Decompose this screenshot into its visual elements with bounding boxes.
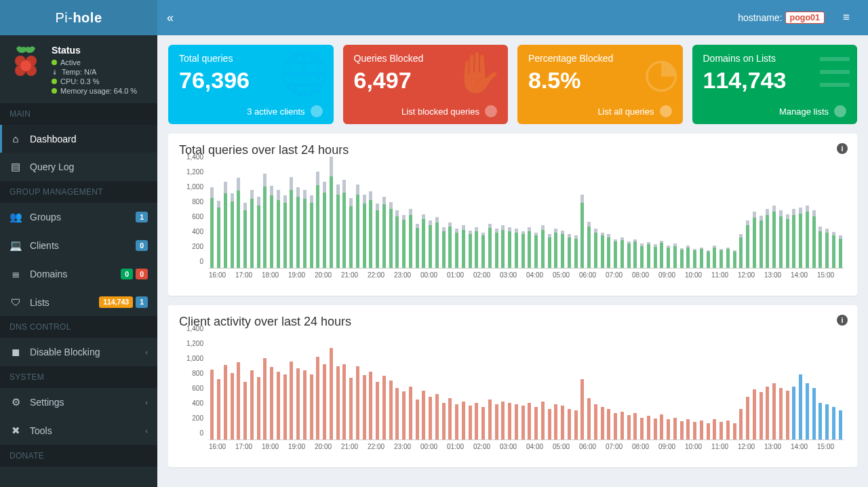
panel-client-activity-24h: i Client activity over last 24 hours 020… [168, 305, 857, 467]
chart-client-activity: 02004006008001,0001,2001,400 16:0017:001… [179, 336, 846, 458]
bar-permitted [224, 193, 227, 268]
bar-client [376, 382, 379, 440]
bar-client [330, 348, 333, 440]
card-footer-link[interactable]: Manage lists [703, 101, 847, 119]
sidebar-collapse-button[interactable]: « [167, 11, 184, 25]
bar-client [786, 391, 789, 440]
nav-groups[interactable]: 👥Groups1 [0, 203, 157, 231]
bar-slot [209, 164, 216, 268]
bar-slot [414, 164, 420, 268]
y-tick: 1,200 [186, 168, 203, 176]
y-tick: 600 [192, 385, 203, 392]
y-tick: 200 [192, 414, 203, 422]
bar-permitted [574, 239, 578, 269]
bar-permitted [382, 204, 386, 268]
x-tick: 00:00 [420, 271, 447, 286]
x-tick: 11:00 [711, 271, 738, 286]
nav-settings[interactable]: ⚙Settings‹ [0, 388, 157, 416]
nav-dashboard[interactable]: ⌂Dashboard [0, 125, 157, 153]
bar-slot [229, 336, 235, 440]
bar-client [680, 421, 684, 440]
bar-permitted [435, 222, 439, 269]
bar-slot [738, 164, 745, 268]
bar-permitted [548, 237, 551, 269]
bar-slot [612, 164, 619, 268]
bar-slot [771, 164, 778, 268]
bar-client [237, 362, 240, 440]
bar-client [806, 383, 809, 440]
bar-slot [810, 336, 817, 440]
bar-slot [685, 164, 692, 268]
nav-disable-blocking[interactable]: ◼Disable Blocking‹ [0, 338, 157, 366]
bar-permitted [733, 252, 736, 268]
nav-lists[interactable]: 🛡Lists114,7431 [0, 288, 157, 316]
nav-header-donate: DONATE [0, 445, 157, 467]
card-percentage-blocked[interactable]: ◔ Percentage Blocked 8.5% List all queri… [517, 45, 683, 124]
bar-client [733, 423, 736, 440]
bar-slot [493, 336, 500, 440]
bar-slot [665, 336, 672, 440]
bar-client [316, 357, 319, 440]
bar-slot [427, 336, 434, 440]
app-logo[interactable]: Pi-hole [0, 0, 157, 35]
bar-client [779, 388, 783, 440]
x-tick: 06:00 [579, 271, 606, 286]
bar-client [574, 410, 578, 440]
bar-permitted [660, 243, 663, 268]
bar-slot [467, 164, 473, 268]
bar-slot [341, 164, 348, 268]
bar-slot [507, 336, 513, 440]
bar-client [627, 415, 631, 440]
card-domains-on-lists[interactable]: ☰ Domains on Lists 114,743 Manage lists [692, 45, 858, 124]
bar-slot [328, 336, 335, 440]
card-queries-blocked[interactable]: ✋ Queries Blocked 6,497 List blocked que… [343, 45, 509, 124]
bar-slot [711, 164, 718, 268]
bar-client [508, 403, 511, 440]
card-total-queries[interactable]: 🌐 Total queries 76,396 3 active clients [168, 45, 334, 124]
bar-slot [757, 164, 764, 268]
x-tick: 02:00 [473, 271, 500, 286]
nav-querylog[interactable]: ▤Query Log [0, 153, 157, 181]
bar-slot [784, 164, 791, 268]
topbar-menu-button[interactable]: ≡ [834, 11, 859, 24]
x-tick: 17:00 [235, 271, 262, 286]
bar-permitted [654, 247, 657, 269]
nav-clients[interactable]: 💻Clients0 [0, 231, 157, 260]
bar-permitted [495, 233, 498, 268]
bar-permitted [587, 227, 591, 268]
bar-slot [487, 336, 494, 440]
bar-slot [361, 336, 368, 440]
bar-permitted [376, 210, 379, 268]
card-footer-link[interactable]: List all queries [528, 101, 672, 119]
card-footer-link[interactable]: List blocked queries [354, 101, 498, 119]
bar-client [250, 370, 254, 440]
bar-permitted [356, 195, 359, 268]
bar-client [825, 404, 829, 440]
bar-client [469, 406, 472, 440]
bar-client [587, 398, 591, 440]
y-tick: 1,000 [186, 183, 203, 191]
bar-slot [778, 164, 785, 268]
x-tick: 12:00 [738, 271, 764, 286]
bar-slot [526, 164, 533, 268]
bar-slot [394, 164, 401, 268]
panel-title: Client activity over last 24 hours [179, 315, 846, 329]
bar-client [363, 375, 366, 440]
bar-slot [381, 336, 388, 440]
bar-slot [493, 164, 500, 268]
bar-slot [242, 164, 249, 268]
bar-permitted [462, 230, 465, 269]
home-icon: ⌂ [9, 133, 22, 144]
bar-client [818, 403, 822, 440]
bar-slot [817, 336, 824, 440]
bar-client [429, 397, 432, 440]
bar-client [832, 407, 835, 440]
x-tick: 10:00 [685, 443, 711, 458]
bar-permitted [746, 225, 749, 268]
card-footer-link[interactable]: 3 active clients [179, 101, 323, 119]
nav-tools[interactable]: ✖Tools‹ [0, 416, 157, 445]
nav-domains[interactable]: ≣Domains00 [0, 260, 157, 288]
bar-slot [513, 164, 520, 268]
x-tick: 20:00 [315, 271, 341, 286]
bar-client [719, 422, 723, 440]
